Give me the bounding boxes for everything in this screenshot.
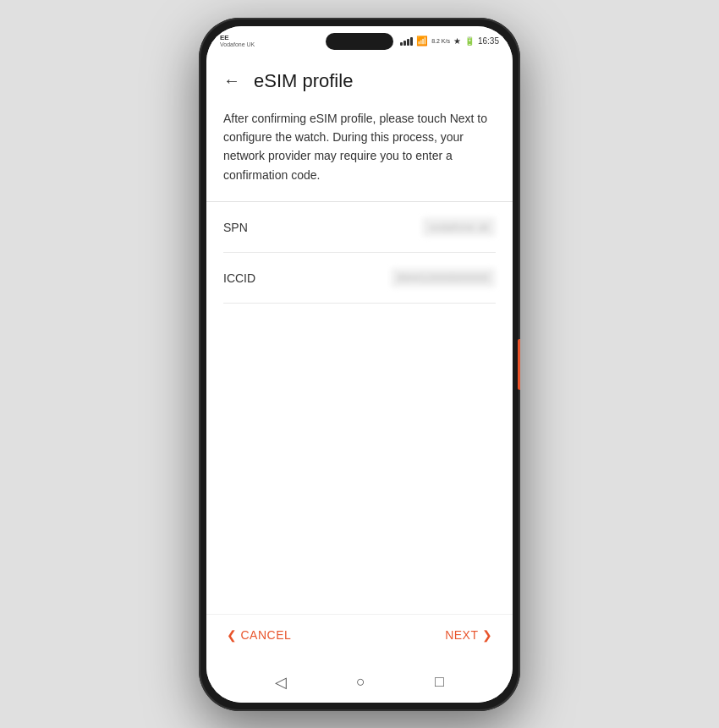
phone-frame: EE Vodafone UK 📶 8.2 K/s ★ 🔋 16:35 bbox=[199, 18, 520, 711]
bottom-buttons: ❮ CANCEL NEXT ❯ bbox=[206, 614, 513, 662]
iccid-value: 894410000000000 bbox=[391, 268, 496, 287]
description-text: After confirming eSIM profile, please to… bbox=[206, 102, 513, 202]
screen-content: ← eSIM profile After confirming eSIM pro… bbox=[206, 57, 513, 662]
front-camera bbox=[326, 33, 393, 50]
cancel-chevron-icon: ❮ bbox=[227, 628, 238, 642]
android-nav-bar: ◁ ○ □ bbox=[206, 662, 513, 703]
wifi-icon: 📶 bbox=[416, 36, 428, 47]
carrier-name: Vodafone UK bbox=[220, 41, 255, 48]
status-bar: EE Vodafone UK 📶 8.2 K/s ★ 🔋 16:35 bbox=[206, 26, 513, 57]
nav-recents-icon[interactable]: □ bbox=[435, 673, 444, 691]
signal-icon bbox=[400, 37, 413, 46]
nav-home-icon[interactable]: ○ bbox=[356, 673, 365, 691]
iccid-row: ICCID 894410000000000 bbox=[223, 253, 496, 304]
spn-value: vodafone uk bbox=[422, 217, 496, 237]
battery-icon: 🔋 bbox=[464, 36, 475, 46]
red-accent-line bbox=[518, 339, 520, 390]
cancel-label: CANCEL bbox=[241, 628, 292, 642]
nav-back-icon[interactable]: ◁ bbox=[275, 673, 287, 692]
speed-label: 8.2 K/s bbox=[431, 38, 450, 44]
bluetooth-icon: ★ bbox=[453, 36, 461, 46]
page-title: eSIM profile bbox=[254, 70, 353, 92]
info-section: SPN vodafone uk ICCID 894410000000000 bbox=[206, 202, 513, 304]
iccid-label: ICCID bbox=[223, 271, 255, 285]
cancel-button[interactable]: ❮ CANCEL bbox=[227, 628, 291, 642]
carrier-label: EE bbox=[220, 34, 255, 42]
time-label: 16:35 bbox=[478, 36, 499, 46]
next-chevron-icon: ❯ bbox=[482, 628, 493, 642]
spn-label: SPN bbox=[223, 221, 248, 234]
next-button[interactable]: NEXT ❯ bbox=[445, 628, 492, 642]
next-label: NEXT bbox=[445, 628, 478, 642]
status-icons: 📶 8.2 K/s ★ 🔋 16:35 bbox=[400, 36, 499, 47]
back-button[interactable]: ← bbox=[223, 71, 240, 90]
page-header: ← eSIM profile bbox=[206, 57, 513, 102]
phone-screen: EE Vodafone UK 📶 8.2 K/s ★ 🔋 16:35 bbox=[206, 26, 513, 703]
spn-row: SPN vodafone uk bbox=[223, 202, 496, 253]
content-spacer bbox=[206, 304, 513, 613]
carrier-info: EE Vodafone UK bbox=[220, 34, 255, 49]
